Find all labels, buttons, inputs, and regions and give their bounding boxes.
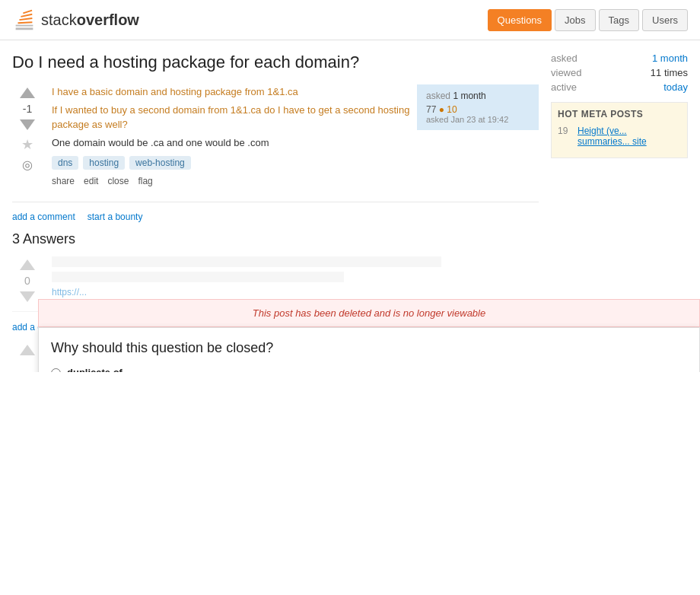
active-stat-row: active today <box>551 81 688 93</box>
asked-stat-row: asked 1 month <box>551 52 688 64</box>
answer-vote-down[interactable] <box>20 291 35 302</box>
answer-body: https://... <box>52 256 539 302</box>
nav-users[interactable]: Users <box>642 9 688 31</box>
hot-meta-title: HOT META POSTS <box>558 109 681 119</box>
svg-rect-0 <box>16 27 33 30</box>
svg-rect-5 <box>23 10 32 14</box>
page-title: Do I need a hosting package for each dom… <box>12 52 539 72</box>
vote-count: -1 <box>23 103 32 115</box>
vote-down-button[interactable] <box>20 119 35 130</box>
actions-row: share edit close flag <box>52 176 539 186</box>
answer-link: https://... <box>52 287 539 298</box>
close-option-duplicate-label[interactable]: duplicate of... This question has been a… <box>51 367 687 372</box>
asked-date-value: 1 month <box>453 91 485 101</box>
asked-date-full: asked Jan 23 at 19:42 <box>426 115 530 124</box>
close-option-duplicate: duplicate of... This question has been a… <box>51 367 687 372</box>
hot-meta-widget: HOT META POSTS 19 Height (ve... summarie… <box>551 102 688 158</box>
content-area: Do I need a hosting package for each dom… <box>12 52 539 360</box>
tag-hosting[interactable]: hosting <box>83 156 125 170</box>
logo-icon <box>12 6 37 33</box>
post-actions: add a comment start a bounty <box>12 212 539 222</box>
hot-meta-link[interactable]: Height (ve... summaries... site <box>578 126 681 147</box>
tags-row: dns hosting web-hosting <box>52 156 539 170</box>
nav-tags[interactable]: Tags <box>599 9 639 31</box>
modal-overlay: This post has been deleted and is no lon… <box>38 299 700 372</box>
header: stackoverflow Questions Jobs Tags Users <box>0 0 700 40</box>
share-link[interactable]: share <box>52 176 75 186</box>
close-radio-duplicate[interactable] <box>51 368 61 372</box>
answer-text-placeholder-2 <box>52 272 344 282</box>
answers-title: 3 Answers <box>12 231 539 247</box>
tag-dns[interactable]: dns <box>52 156 78 170</box>
vote-up-button[interactable] <box>20 88 35 98</box>
logo-text: stackoverflow <box>41 11 139 29</box>
close-link[interactable]: close <box>107 176 129 186</box>
close-dialog: Why should this question be closed? dupl… <box>38 327 700 372</box>
nav-buttons: Questions Jobs Tags Users <box>488 9 688 31</box>
question-line-3: One domain would be .ca and one would be… <box>52 135 539 151</box>
hot-meta-item-1: 19 Height (ve... summaries... site <box>558 126 681 147</box>
active-stat-label: active <box>551 81 577 93</box>
svg-rect-3 <box>19 18 32 21</box>
logo: stackoverflow <box>12 6 139 33</box>
hot-meta-count: 19 <box>558 126 573 147</box>
nav-jobs[interactable]: Jobs <box>555 9 595 31</box>
svg-rect-4 <box>21 14 32 18</box>
eye-icon: ◎ <box>22 158 33 172</box>
close-dialog-title: Why should this question be closed? <box>51 340 687 356</box>
viewed-stat-label: viewed <box>551 67 581 78</box>
svg-rect-2 <box>18 21 32 24</box>
viewed-stat-row: viewed 11 times <box>551 67 688 78</box>
asked-date-label: asked <box>426 91 450 101</box>
sidebar-stats: asked 1 month viewed 11 times active tod… <box>551 52 688 93</box>
asker-reputation: 77 <box>426 104 436 115</box>
favorite-star-icon[interactable]: ★ <box>21 136 33 153</box>
tag-web-hosting[interactable]: web-hosting <box>129 156 191 170</box>
add-comment-link[interactable]: add a comment <box>12 212 75 222</box>
svg-rect-1 <box>16 25 33 27</box>
nav-questions[interactable]: Questions <box>488 9 552 31</box>
close-option-duplicate-title: duplicate of... <box>67 367 331 372</box>
answer-vote-count: 0 <box>24 275 30 287</box>
asked-box: asked 1 month 77 ● 10 asked Jan 23 at 19… <box>417 84 539 130</box>
answer-text-placeholder <box>52 256 441 267</box>
asked-stat-value: 1 month <box>652 52 688 64</box>
answer-vote-up[interactable] <box>20 259 35 270</box>
asker-badge: ● 10 <box>439 104 457 115</box>
asked-stat-label: asked <box>551 52 578 64</box>
question-block: -1 ★ ◎ asked 1 month 77 ● 10 asked Jan 2… <box>12 84 539 202</box>
edit-link[interactable]: edit <box>84 176 98 186</box>
flag-link[interactable]: flag <box>138 176 152 186</box>
answer2-vote-up[interactable] <box>20 345 35 355</box>
active-stat-value: today <box>663 81 688 93</box>
vote-section: -1 ★ ◎ <box>12 84 43 192</box>
answer-vote-section: 0 <box>12 256 43 302</box>
main-container: Do I need a hosting package for each dom… <box>0 40 700 372</box>
question-body: asked 1 month 77 ● 10 asked Jan 23 at 19… <box>52 84 539 192</box>
start-bounty-link[interactable]: start a bounty <box>88 212 143 222</box>
deleted-banner: This post has been deleted and is no lon… <box>38 299 700 327</box>
viewed-stat-value: 11 times <box>651 67 688 78</box>
